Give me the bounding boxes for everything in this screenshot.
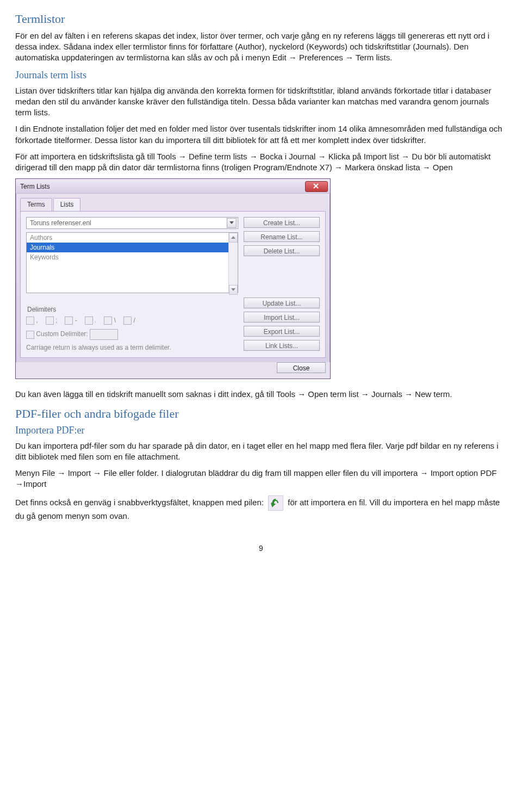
chevron-down-icon <box>227 218 237 228</box>
close-button[interactable]: Close <box>277 362 326 373</box>
page-number: 9 <box>15 543 507 554</box>
scroll-up-icon[interactable] <box>229 233 238 243</box>
dialog-title: Term Lists <box>20 182 50 191</box>
paragraph: I din Endnote installation följer det me… <box>15 123 507 146</box>
checkbox[interactable] <box>26 331 34 339</box>
import-list-button[interactable]: Import List... <box>244 312 320 323</box>
export-list-button[interactable]: Export List... <box>244 326 320 337</box>
paragraph: För en del av fälten i en referens skapa… <box>15 30 507 64</box>
checkbox[interactable] <box>85 317 93 325</box>
checkbox[interactable] <box>46 317 54 325</box>
close-icon <box>313 183 320 189</box>
import-arrow-icon <box>268 495 283 511</box>
rename-list-button[interactable]: Rename List... <box>244 231 320 242</box>
heading-pdf-files: PDF-filer och andra bifogade filer <box>15 406 507 422</box>
library-select[interactable]: Toruns referenser.enl <box>26 217 238 229</box>
tab-terms[interactable]: Terms <box>20 198 52 210</box>
checkbox[interactable] <box>123 317 132 325</box>
heading-import-pdf: Importera PDF:er <box>15 424 507 437</box>
tab-lists[interactable]: Lists <box>53 198 81 210</box>
paragraph: Listan över tidskrifters titlar kan hjäl… <box>15 85 507 119</box>
paragraph: Du kan importera pdf-filer som du har sp… <box>15 441 507 463</box>
window-close-button[interactable] <box>305 181 328 192</box>
dialog-tabs: Terms Lists <box>16 194 330 210</box>
term-lists-listbox[interactable]: Authors Journals Keywords <box>26 232 238 293</box>
list-item[interactable]: Authors <box>27 233 238 243</box>
checkbox[interactable] <box>26 317 34 325</box>
checkbox[interactable] <box>65 317 73 325</box>
delimiter-note: Carriage return is always used as a term… <box>26 343 238 352</box>
link-lists-button[interactable]: Link Lists... <box>244 340 320 351</box>
paragraph: Det finns också en genväg i snabbverktyg… <box>15 495 507 522</box>
delimiters-label: Delimiters <box>27 305 238 314</box>
heading-termlistor: Termlistor <box>15 11 507 27</box>
list-item[interactable]: Keywords <box>27 252 238 262</box>
scroll-down-icon[interactable] <box>229 285 238 295</box>
delete-list-button[interactable]: Delete List... <box>244 245 320 256</box>
library-select-value: Toruns referenser.enl <box>30 219 91 227</box>
scrollbar[interactable] <box>228 233 238 293</box>
dialog-titlebar: Term Lists <box>16 179 330 194</box>
paragraph: Menyn File → Import → File eller folder.… <box>15 468 507 490</box>
custom-delimiter-label: Custom Delimiter: <box>36 330 88 338</box>
term-lists-dialog-screenshot: Term Lists Terms Lists Toruns referenser… <box>15 178 331 379</box>
create-list-button[interactable]: Create List... <box>244 217 320 228</box>
list-item[interactable]: Journals <box>27 243 238 252</box>
update-list-button[interactable]: Update List... <box>244 297 320 308</box>
custom-delimiter-input[interactable] <box>90 329 118 340</box>
paragraph: För att importera en tidskriftslista gå … <box>15 151 507 173</box>
paragraph: Du kan även lägga till en tidskrift manu… <box>15 389 507 400</box>
checkbox[interactable] <box>104 317 112 325</box>
heading-journals-term-lists: Journals term lists <box>15 69 507 82</box>
delimiter-checkboxes: , ; - . \ / <box>26 316 238 325</box>
